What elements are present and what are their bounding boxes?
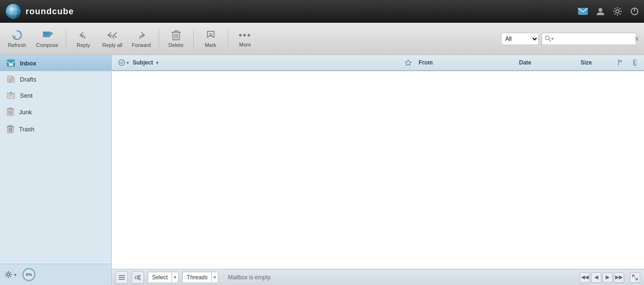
sidebar-bottom: ▾ 0% xyxy=(0,264,111,285)
reply-all-button[interactable]: Reply all xyxy=(98,26,126,52)
toolbar: Refresh Compose Reply Reply all xyxy=(0,23,644,55)
sidebar-item-drafts[interactable]: Drafts xyxy=(0,71,111,87)
svg-point-0 xyxy=(6,4,21,19)
select-button[interactable]: Select xyxy=(148,272,172,283)
subject-label: Subject xyxy=(133,59,153,66)
user-button[interactable] xyxy=(596,7,605,16)
select-dropdown: Select ▾ xyxy=(148,272,179,283)
logo-text: roundcube xyxy=(26,7,74,17)
threads-arrow[interactable]: ▾ xyxy=(212,272,218,283)
reply-label: Reply xyxy=(77,42,90,48)
star-col xyxy=(402,59,415,66)
svg-marker-50 xyxy=(405,60,411,65)
quota-percent: 0% xyxy=(26,272,32,277)
forward-button[interactable]: Forward xyxy=(128,26,154,52)
sidebar: Inbox Drafts Sent xyxy=(0,55,112,285)
from-col-header[interactable]: From xyxy=(415,59,519,66)
top-icons xyxy=(578,7,639,16)
logo-icon xyxy=(5,3,22,20)
svg-point-48 xyxy=(8,274,10,276)
sidebar-item-inbox[interactable]: Inbox xyxy=(0,55,111,71)
email-panel: ▾ Subject ▼ From Date Size xyxy=(112,55,644,285)
topbar: roundcube xyxy=(0,0,644,23)
toolbar-sep-2 xyxy=(159,29,159,48)
svg-point-56 xyxy=(138,278,140,280)
size-col-header[interactable]: Size xyxy=(581,59,614,66)
email-footer: Select ▾ Threads ▾ Mailbox is empty. ◀◀ … xyxy=(112,269,644,285)
svg-rect-27 xyxy=(9,64,13,66)
delete-button[interactable]: Delete xyxy=(163,26,189,52)
forward-label: Forward xyxy=(132,42,151,48)
junk-label: Junk xyxy=(19,109,32,116)
reply-button[interactable]: Reply xyxy=(70,26,97,52)
more-button[interactable]: ••• More xyxy=(232,26,259,52)
refresh-label: Refresh xyxy=(8,42,27,48)
svg-line-25 xyxy=(549,40,551,42)
resize-handle[interactable] xyxy=(109,55,111,285)
compose-button[interactable]: Compose xyxy=(32,26,62,52)
drafts-label: Drafts xyxy=(20,76,36,83)
filter-select[interactable]: All Unread Flagged Unanswered xyxy=(501,33,539,45)
toolbar-sep-3 xyxy=(193,29,194,48)
expand-button[interactable] xyxy=(630,272,640,283)
compose-label: Compose xyxy=(36,42,58,48)
mark-label: Mark xyxy=(205,42,216,48)
flag-col xyxy=(614,59,627,66)
sidebar-item-trash[interactable]: Trash xyxy=(0,120,111,138)
pagination-buttons: ◀◀ ◀ ▶ ▶▶ xyxy=(580,272,624,283)
more-label: More xyxy=(239,42,251,47)
sidebar-item-junk[interactable]: Junk xyxy=(0,103,111,120)
main-content: Inbox Drafts Sent xyxy=(0,55,644,285)
select-all-col: ▾ xyxy=(116,59,131,66)
sent-label: Sent xyxy=(20,92,33,99)
svg-point-5 xyxy=(616,10,619,13)
sidebar-item-sent[interactable]: Sent xyxy=(0,87,111,103)
inbox-label: Inbox xyxy=(20,60,36,67)
svg-point-55 xyxy=(138,275,140,277)
mark-button[interactable]: Mark xyxy=(197,26,224,52)
prev-page-button[interactable]: ◀ xyxy=(591,272,601,283)
delete-label: Delete xyxy=(169,42,184,48)
date-label: Date xyxy=(519,59,531,66)
toolbar-sep-4 xyxy=(228,29,228,48)
next-page-button[interactable]: ▶ xyxy=(602,272,613,283)
size-label: Size xyxy=(581,59,592,66)
svg-point-4 xyxy=(599,8,602,12)
email-list-body xyxy=(112,71,644,269)
sort-arrow: ▼ xyxy=(155,60,160,65)
search-area: All Unread Flagged Unanswered ▾ ✕ xyxy=(501,33,636,45)
search-box: ▾ ✕ xyxy=(542,33,636,45)
svg-point-54 xyxy=(135,276,138,279)
thread-view-button[interactable] xyxy=(132,271,144,284)
svg-point-24 xyxy=(546,36,549,40)
svg-line-59 xyxy=(633,275,637,280)
email-header: ▾ Subject ▼ From Date Size xyxy=(112,55,644,71)
list-view-button[interactable] xyxy=(116,271,128,284)
date-col-header[interactable]: Date xyxy=(519,59,581,66)
empty-message: Mailbox is empty. xyxy=(222,274,576,281)
settings-button[interactable] xyxy=(613,7,622,16)
attach-col xyxy=(627,59,640,66)
reply-all-label: Reply all xyxy=(102,42,122,48)
quota-circle: 0% xyxy=(22,268,36,281)
search-input[interactable] xyxy=(556,33,631,45)
threads-button[interactable]: Threads xyxy=(183,272,212,283)
email-nav-button[interactable] xyxy=(578,8,588,15)
subject-col-header[interactable]: Subject ▼ xyxy=(131,59,402,66)
refresh-button[interactable]: Refresh xyxy=(4,26,30,52)
toolbar-sep-1 xyxy=(66,29,66,48)
from-label: From xyxy=(419,59,433,66)
sidebar-settings-button[interactable]: ▾ xyxy=(5,271,17,278)
search-clear-button[interactable]: ✕ xyxy=(631,35,643,43)
threads-dropdown: Threads ▾ xyxy=(182,272,218,283)
power-button[interactable] xyxy=(630,7,639,16)
logo-area: roundcube xyxy=(5,3,578,20)
last-page-button[interactable]: ▶▶ xyxy=(614,272,624,283)
first-page-button[interactable]: ◀◀ xyxy=(580,272,590,283)
trash-label: Trash xyxy=(19,126,35,133)
select-arrow[interactable]: ▾ xyxy=(172,272,178,283)
sidebar-quota: 0% xyxy=(22,268,36,281)
search-icon[interactable]: ▾ xyxy=(542,36,556,42)
